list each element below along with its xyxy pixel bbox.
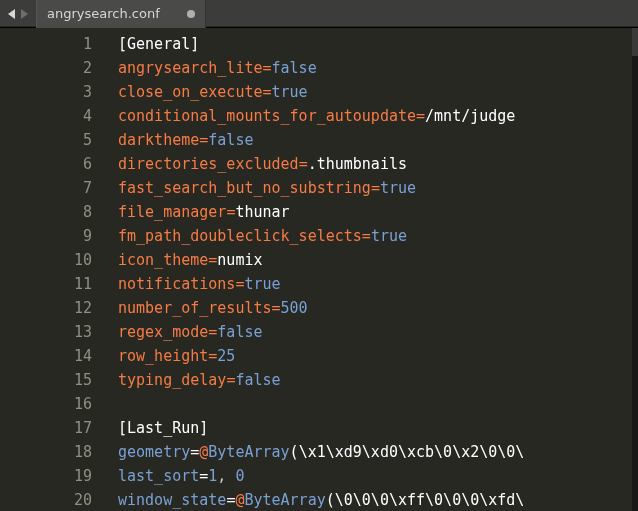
eq: = — [272, 299, 281, 317]
line-number: 10 — [0, 248, 92, 272]
paren: ( — [290, 443, 299, 461]
ini-key: icon_theme — [118, 251, 208, 269]
code-line: window_state=@ByteArray(\0\0\0\xff\0\0\0… — [118, 488, 638, 511]
line-number: 18 — [0, 440, 92, 464]
line-number: 19 — [0, 464, 92, 488]
eq: = — [199, 131, 208, 149]
ini-key: regex_mode — [118, 323, 208, 341]
code-line: last_sort=1, 0 — [118, 464, 638, 488]
ini-bytes: \x1\xd9\xd0\xcb\0\x2\0\0\ — [299, 443, 525, 461]
ini-key: darktheme — [118, 131, 199, 149]
ini-key: last_sort — [118, 467, 199, 485]
line-number: 20 — [0, 488, 92, 511]
ini-bool: true — [244, 275, 280, 293]
ini-number: 1 — [208, 467, 217, 485]
line-number: 16 — [0, 392, 92, 416]
ini-number: 0 — [235, 467, 244, 485]
line-number: 12 — [0, 296, 92, 320]
ini-key: file_manager — [118, 203, 226, 221]
ini-key: fm_path_doubleclick_selects — [118, 227, 362, 245]
ini-section: [General] — [118, 35, 199, 53]
tab-prev-icon[interactable] — [8, 9, 15, 19]
line-number: 4 — [0, 104, 92, 128]
ini-key: typing_delay — [118, 371, 226, 389]
ini-value: /mnt/judge — [425, 107, 515, 125]
code-line: fast_search_but_no_substring=true — [118, 176, 638, 200]
eq: = — [208, 251, 217, 269]
ini-key: close_on_execute — [118, 83, 263, 101]
line-number: 17 — [0, 416, 92, 440]
tab-bar: angrysearch.conf — [0, 0, 638, 28]
line-number: 6 — [0, 152, 92, 176]
code-line: close_on_execute=true — [118, 80, 638, 104]
code-line: [General] — [118, 32, 638, 56]
tab-nav — [0, 9, 36, 19]
code-line: file_manager=thunar — [118, 200, 638, 224]
ini-fn: ByteArray — [208, 443, 289, 461]
ini-key: geometry — [118, 443, 190, 461]
code-line: typing_delay=false — [118, 368, 638, 392]
ini-key: angrysearch_lite — [118, 59, 263, 77]
line-number: 15 — [0, 368, 92, 392]
at: @ — [199, 443, 208, 461]
ini-number: 25 — [217, 347, 235, 365]
comma: , — [217, 467, 235, 485]
ini-key: row_height — [118, 347, 208, 365]
code-line: angrysearch_lite=false — [118, 56, 638, 80]
code-line: notifications=true — [118, 272, 638, 296]
line-number: 3 — [0, 80, 92, 104]
code-line: directories_excluded=.thumbnails — [118, 152, 638, 176]
line-number: 13 — [0, 320, 92, 344]
vertical-scrollbar[interactable] — [632, 28, 638, 511]
code-line: row_height=25 — [118, 344, 638, 368]
tab-next-icon[interactable] — [21, 9, 28, 19]
ini-bool: false — [208, 131, 253, 149]
ini-bool: false — [235, 371, 280, 389]
code-line: regex_mode=false — [118, 320, 638, 344]
ini-bool: true — [371, 227, 407, 245]
eq: = — [371, 179, 380, 197]
ini-value: numix — [217, 251, 262, 269]
eq: = — [199, 467, 208, 485]
line-number: 14 — [0, 344, 92, 368]
eq: = — [416, 107, 425, 125]
ini-section: [Last_Run] — [118, 419, 208, 437]
line-number: 7 — [0, 176, 92, 200]
eq: = — [263, 83, 272, 101]
code-line: [Last_Run] — [118, 416, 638, 440]
code-line: conditional_mounts_for_autoupdate=/mnt/j… — [118, 104, 638, 128]
line-number: 11 — [0, 272, 92, 296]
ini-number: 500 — [281, 299, 308, 317]
eq: = — [208, 347, 217, 365]
eq: = — [362, 227, 371, 245]
ini-fn: ByteArray — [244, 491, 325, 509]
paren: ( — [326, 491, 335, 509]
code-line: number_of_results=500 — [118, 296, 638, 320]
ini-key: fast_search_but_no_substring — [118, 179, 371, 197]
code-line: geometry=@ByteArray(\x1\xd9\xd0\xcb\0\x2… — [118, 440, 638, 464]
line-number: 5 — [0, 128, 92, 152]
eq: = — [208, 323, 217, 341]
line-number: 9 — [0, 224, 92, 248]
ini-value: .thumbnails — [308, 155, 407, 173]
eq: = — [190, 443, 199, 461]
editor[interactable]: 123456789101112131415161718192021 [Gener… — [0, 28, 638, 511]
line-number: 2 — [0, 56, 92, 80]
code-line: darktheme=false — [118, 128, 638, 152]
ini-key: notifications — [118, 275, 235, 293]
eq: = — [299, 155, 308, 173]
tab-angrysearch[interactable]: angrysearch.conf — [36, 0, 206, 28]
code-line: fm_path_doubleclick_selects=true — [118, 224, 638, 248]
ini-key: window_state — [118, 491, 226, 509]
ini-key: number_of_results — [118, 299, 272, 317]
scrollbar-thumb[interactable] — [632, 28, 638, 56]
ini-key: conditional_mounts_for_autoupdate — [118, 107, 416, 125]
code-line — [118, 392, 638, 416]
code-area[interactable]: [General]angrysearch_lite=falseclose_on_… — [100, 28, 638, 511]
line-number: 8 — [0, 200, 92, 224]
ini-bool: false — [272, 59, 317, 77]
code-line: icon_theme=numix — [118, 248, 638, 272]
gutter: 123456789101112131415161718192021 — [0, 28, 100, 511]
dirty-indicator-icon — [187, 10, 195, 18]
eq: = — [263, 59, 272, 77]
